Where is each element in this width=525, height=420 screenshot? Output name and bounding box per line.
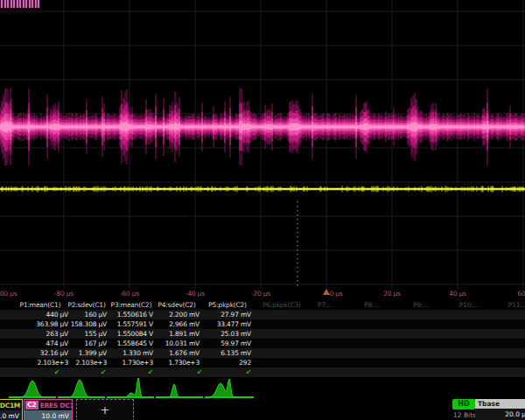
c2-noise-trace[interactable] bbox=[0, 88, 524, 165]
param-header-dim-8[interactable]: P8:... bbox=[364, 300, 380, 310]
measure-value-row: 263 µV155 µV1.550084 V1.891 mV25.03 mV bbox=[0, 329, 525, 339]
axis-tick-label: -20 µs bbox=[251, 290, 270, 298]
timebase-title: Tbase bbox=[475, 399, 525, 409]
clipped-dialog-tab bbox=[0, 0, 40, 8]
timebase-descriptor-box[interactable]: Tbase 20.0 µs bbox=[475, 399, 525, 420]
measure-value: 2.103e+3 bbox=[37, 358, 68, 368]
measure-value: 1.399 µV bbox=[79, 348, 107, 358]
axis-tick-label: -100 µs bbox=[0, 290, 17, 298]
measure-value: 1.730e+3 bbox=[122, 358, 153, 368]
c1-scale-value: 10.0 mV bbox=[0, 412, 19, 420]
plus-icon: + bbox=[101, 403, 110, 416]
histicon bbox=[205, 379, 254, 397]
measure-value: 1.557591 V bbox=[117, 319, 153, 329]
measure-value: 1.330 mV bbox=[122, 348, 153, 358]
histicon bbox=[58, 380, 105, 397]
hd-mode-badge[interactable]: HD bbox=[452, 399, 475, 410]
measure-value: 363.98 µV bbox=[36, 319, 68, 329]
measure-value: 474 µV bbox=[46, 339, 68, 348]
param-header-4[interactable]: P4:sdev(C2) bbox=[158, 300, 195, 310]
timebase-axis: -100 µs-80 µs-60 µs-40 µs-20 µs0 µs20 µs… bbox=[0, 288, 525, 299]
measure-value-row: 363.98 µV158.308 µV1.557591 V2.966 mV33.… bbox=[0, 319, 525, 329]
measure-value: 160 µV bbox=[85, 310, 107, 319]
measure-histicons bbox=[0, 376, 525, 399]
timebase-value: 20.0 µs bbox=[475, 409, 525, 420]
param-header-2[interactable]: P2:sdev(C1) bbox=[67, 300, 105, 310]
measure-value: 2.103e+3 bbox=[75, 358, 107, 368]
grid-lines bbox=[0, 0, 525, 289]
measure-header-row: P1:mean(C1)P2:sdev(C1)P3:mean(C2)P4:sdev… bbox=[0, 300, 525, 310]
histicon bbox=[107, 378, 154, 397]
waveform-display-area bbox=[0, 0, 525, 289]
measure-value: 1.558645 V bbox=[117, 339, 153, 348]
measure-value: 263 µV bbox=[46, 329, 68, 339]
measure-value-row: 2.103e+32.103e+31.730e+31.730e+3292 bbox=[0, 358, 525, 368]
measure-value: 1.891 mV bbox=[169, 329, 200, 339]
axis-tick-label: 0 µs bbox=[329, 290, 342, 298]
c1-trace[interactable] bbox=[0, 186, 525, 192]
c2-scale-value: 10.0 mV bbox=[41, 412, 69, 420]
measure-value: 158.308 µV bbox=[71, 319, 107, 329]
histicon bbox=[9, 381, 56, 397]
measure-value: 292 bbox=[239, 358, 251, 368]
measure-value: 1.730e+3 bbox=[168, 358, 200, 368]
measure-value: 155 µV bbox=[85, 329, 107, 339]
c2-descriptor-box[interactable]: C2 ERES DC1M 10.0 mV bbox=[24, 399, 73, 420]
param-header-dim-7[interactable]: P7:... bbox=[318, 300, 333, 310]
measure-value: 2.966 mV bbox=[169, 319, 200, 329]
c2-mode-coupling-chips: ERES DC1M bbox=[40, 402, 72, 410]
measure-value: 32.16 µV bbox=[40, 348, 68, 358]
axis-tick-label: -60 µs bbox=[120, 290, 139, 298]
param-header-dim-11[interactable]: P11:... bbox=[508, 300, 525, 310]
c1-descriptor-box[interactable]: C1 DC1M 10.0 mV bbox=[0, 399, 23, 420]
add-trace-button[interactable]: + bbox=[76, 399, 134, 420]
measure-value: 2.200 mV bbox=[169, 310, 200, 319]
axis-tick-label: 20 µs bbox=[383, 290, 401, 298]
measure-value: 59.97 mV bbox=[220, 339, 251, 348]
measure-value: 440 µV bbox=[46, 310, 68, 319]
measure-value: 6.135 mV bbox=[220, 348, 251, 358]
measure-value-row: 32.16 µV1.399 µV1.330 mV1.676 mV6.135 mV bbox=[0, 348, 525, 358]
measure-value: 33.477 mV bbox=[217, 319, 251, 329]
measure-value: 167 µV bbox=[85, 339, 107, 348]
measure-value: 10.031 mV bbox=[165, 339, 200, 348]
hd-bits-label: 12 Bits bbox=[452, 411, 478, 419]
param-header-3[interactable]: P3:mean(C2) bbox=[111, 300, 152, 310]
c2-tag: C2 bbox=[25, 401, 38, 410]
param-header-dim-6[interactable]: P6:pkpk(C3) bbox=[262, 300, 301, 310]
c1-coupling-label: DC1M bbox=[0, 402, 22, 410]
measure-value: 25.03 mV bbox=[220, 329, 251, 339]
measure-value: 1.550616 V bbox=[117, 310, 153, 319]
measure-value: 27.97 mV bbox=[220, 310, 251, 319]
param-header-5[interactable]: P5:pkpk(C2) bbox=[208, 300, 247, 310]
measure-value: 1.676 mV bbox=[169, 348, 200, 358]
axis-tick-label: -80 µs bbox=[54, 290, 74, 298]
param-header-dim-10[interactable]: P10:... bbox=[459, 300, 479, 310]
measure-value: 1.550084 V bbox=[117, 329, 153, 339]
param-header-1[interactable]: P1:mean(C1) bbox=[20, 300, 61, 310]
histicon bbox=[156, 384, 203, 397]
param-header-dim-9[interactable]: P9:... bbox=[413, 300, 429, 310]
axis-tick-label: -40 µs bbox=[186, 290, 205, 298]
axis-tick-label: 40 µs bbox=[449, 290, 466, 298]
measure-value-row: 440 µV160 µV1.550616 V2.200 mV27.97 mV bbox=[0, 310, 525, 319]
measure-value-row: 474 µV167 µV1.558645 V10.031 mV59.97 mV bbox=[0, 339, 525, 348]
axis-tick-label: 60 µs bbox=[517, 290, 525, 298]
